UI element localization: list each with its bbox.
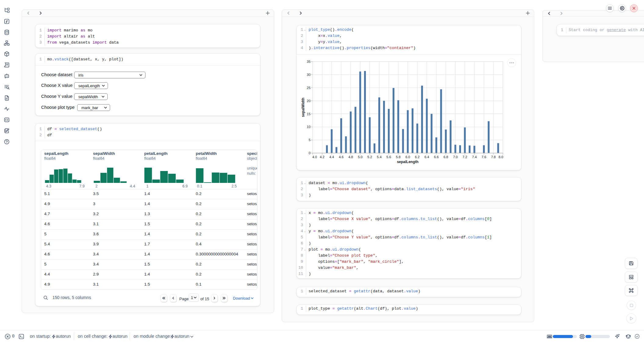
svg-text:6.4: 6.4	[424, 155, 429, 159]
svg-text:6.8: 6.8	[443, 155, 448, 159]
svg-text:4.0: 4.0	[312, 155, 317, 159]
svg-text:25: 25	[307, 86, 310, 90]
svg-text:4.8: 4.8	[348, 155, 353, 159]
svg-text:0: 0	[309, 151, 310, 155]
svg-text:4.4: 4.4	[329, 155, 334, 159]
svg-text:10: 10	[307, 125, 310, 129]
svg-text:7.8: 7.8	[491, 155, 496, 159]
svg-text:6.2: 6.2	[415, 155, 420, 159]
svg-text:5.8: 5.8	[396, 155, 400, 159]
svg-text:5: 5	[309, 138, 310, 142]
svg-text:4.6: 4.6	[339, 155, 343, 159]
svg-text:7.4: 7.4	[472, 155, 477, 159]
svg-text:35: 35	[307, 60, 310, 63]
svg-text:4.2: 4.2	[320, 155, 324, 159]
svg-text:6.6: 6.6	[434, 155, 438, 159]
svg-text:15: 15	[307, 112, 310, 116]
svg-text:8.0: 8.0	[499, 155, 503, 159]
svg-text:5.2: 5.2	[367, 155, 372, 159]
svg-text:20: 20	[307, 99, 310, 103]
svg-text:7.0: 7.0	[453, 155, 458, 159]
svg-text:5.6: 5.6	[386, 155, 391, 159]
svg-text:sepalWidth: sepalWidth	[301, 98, 305, 117]
svg-text:5.4: 5.4	[377, 155, 381, 159]
svg-text:5.0: 5.0	[358, 155, 363, 159]
svg-text:7.6: 7.6	[481, 155, 486, 159]
svg-text:30: 30	[307, 73, 310, 77]
svg-text:6.0: 6.0	[406, 155, 410, 159]
svg-text:sepalLength: sepalLength	[397, 160, 419, 164]
svg-text:7.2: 7.2	[463, 155, 467, 159]
